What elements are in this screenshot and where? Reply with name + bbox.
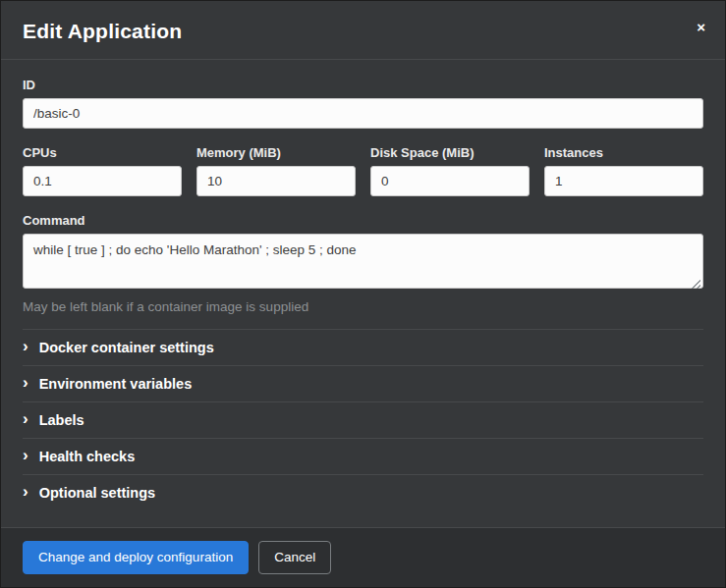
- chevron-right-icon: ›: [23, 376, 28, 390]
- disk-input[interactable]: [370, 166, 530, 196]
- section-label: Labels: [39, 412, 84, 428]
- command-textarea[interactable]: while [ true ] ; do echo 'Hello Marathon…: [23, 234, 703, 289]
- section-environment-variables[interactable]: › Environment variables: [23, 365, 703, 401]
- section-label: Optional settings: [39, 485, 155, 501]
- cpus-field-group: CPUs: [23, 145, 182, 196]
- modal-header: Edit Application ×: [1, 1, 725, 60]
- memory-field-group: Memory (MiB): [196, 145, 356, 196]
- command-field-group: Command while [ true ] ; do echo 'Hello …: [23, 213, 703, 314]
- close-icon[interactable]: ×: [693, 18, 709, 36]
- chevron-right-icon: ›: [23, 340, 28, 353]
- accordion-sections: › Docker container settings › Environmen…: [23, 329, 703, 510]
- id-field-group: ID: [23, 78, 703, 129]
- chevron-right-icon: ›: [23, 412, 28, 426]
- instances-label: Instances: [544, 145, 703, 160]
- modal-body: ID CPUs Memory (MiB) Disk Space (MiB) In…: [1, 60, 725, 527]
- resources-row: CPUs Memory (MiB) Disk Space (MiB) Insta…: [23, 145, 703, 196]
- command-textarea-wrap: while [ true ] ; do echo 'Hello Marathon…: [23, 234, 703, 293]
- disk-label: Disk Space (MiB): [370, 145, 530, 160]
- instances-field-group: Instances: [544, 145, 703, 196]
- command-help-text: May be left blank if a container image i…: [23, 299, 703, 314]
- chevron-right-icon: ›: [23, 485, 28, 499]
- section-health-checks[interactable]: › Health checks: [23, 438, 703, 474]
- change-and-deploy-button[interactable]: Change and deploy configuration: [23, 541, 249, 574]
- section-docker-container-settings[interactable]: › Docker container settings: [23, 329, 703, 365]
- disk-field-group: Disk Space (MiB): [370, 145, 530, 196]
- section-label: Health checks: [39, 449, 136, 464]
- memory-input[interactable]: [196, 166, 356, 196]
- id-label: ID: [23, 78, 703, 92]
- cpus-input[interactable]: [23, 166, 182, 196]
- command-label: Command: [23, 213, 703, 228]
- modal-footer: Change and deploy configuration Cancel: [1, 527, 725, 587]
- section-optional-settings[interactable]: › Optional settings: [23, 474, 703, 510]
- section-labels[interactable]: › Labels: [23, 401, 703, 438]
- page-title: Edit Application: [23, 20, 703, 43]
- cpus-label: CPUs: [23, 145, 182, 160]
- instances-input[interactable]: [544, 166, 703, 196]
- edit-application-modal: Edit Application × ID CPUs Memory (MiB) …: [0, 0, 726, 588]
- chevron-right-icon: ›: [23, 449, 28, 462]
- section-label: Docker container settings: [39, 340, 214, 355]
- id-input[interactable]: [23, 98, 703, 129]
- section-label: Environment variables: [39, 376, 193, 392]
- memory-label: Memory (MiB): [196, 145, 356, 160]
- cancel-button[interactable]: Cancel: [258, 541, 331, 574]
